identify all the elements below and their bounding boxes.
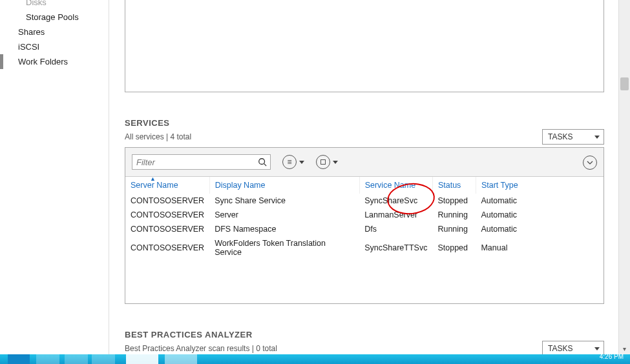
- chevron-down-icon: [594, 136, 600, 139]
- col-service-name[interactable]: Service Name: [359, 177, 432, 194]
- services-table: Server Name ▲ Display Name Service Name …: [125, 177, 604, 303]
- bpa-section-header: BEST PRACTICES ANALYZER Best Practices A…: [125, 330, 604, 356]
- start-button[interactable]: [8, 354, 30, 364]
- sidebar-nav: Disks Storage Pools Shares iSCSI Work Fo…: [0, 0, 109, 364]
- table-row[interactable]: CONTOSOSERVER WorkFolders Token Translat…: [125, 236, 604, 259]
- services-tasks-button[interactable]: TASKS: [542, 129, 604, 145]
- col-status[interactable]: Status: [432, 177, 476, 194]
- services-toolbar: [125, 148, 604, 177]
- filter-input[interactable]: [132, 154, 271, 170]
- col-display-name[interactable]: Display Name: [209, 177, 359, 194]
- col-server-name[interactable]: Server Name ▲: [125, 177, 209, 194]
- taskbar-pinned-app[interactable]: [65, 354, 88, 364]
- search-icon[interactable]: [257, 156, 268, 168]
- sidebar-item-shares[interactable]: Shares: [0, 25, 109, 39]
- chevron-down-icon[interactable]: [333, 161, 338, 164]
- taskbar-pinned-app[interactable]: [92, 354, 115, 364]
- tasks-label: TASKS: [548, 132, 572, 141]
- taskbar-running-app[interactable]: [165, 354, 197, 364]
- sidebar-item-storage-pools[interactable]: Storage Pools: [0, 10, 109, 25]
- svg-line-1: [264, 164, 267, 167]
- taskbar[interactable]: 4:26 PM: [0, 354, 630, 364]
- sidebar-item-disks[interactable]: Disks: [0, 0, 109, 10]
- bpa-title: BEST PRACTICES ANALYZER: [125, 330, 604, 339]
- bpa-subtitle: Best Practices Analyzer scan results | 0…: [125, 344, 277, 353]
- sidebar-item-work-folders[interactable]: Work Folders: [0, 54, 109, 69]
- services-refresh-button[interactable]: [316, 155, 330, 169]
- services-title: SERVICES: [125, 118, 604, 128]
- expand-collapse-button[interactable]: [583, 156, 597, 170]
- table-row[interactable]: CONTOSOSERVER Server LanmanServer Runnin…: [125, 208, 604, 222]
- services-panel: Server Name ▲ Display Name Service Name …: [125, 147, 604, 304]
- services-section-header: SERVICES All services | 4 total TASKS: [125, 118, 604, 145]
- scrollbar-thumb[interactable]: [620, 77, 629, 90]
- vertical-scrollbar[interactable]: ▾: [618, 0, 630, 354]
- chevron-down-icon[interactable]: [299, 161, 304, 164]
- table-row[interactable]: CONTOSOSERVER DFS Namespace Dfs Running …: [125, 222, 604, 236]
- services-subtitle: All services | 4 total: [125, 132, 191, 141]
- col-start-type[interactable]: Start Type: [476, 177, 604, 194]
- table-row[interactable]: CONTOSOSERVER Sync Share Service SyncSha…: [125, 194, 604, 208]
- sort-asc-icon: ▲: [150, 176, 156, 182]
- upper-panel-box: [125, 0, 604, 92]
- tasks-label: TASKS: [548, 344, 572, 353]
- list-view-button[interactable]: [282, 155, 297, 169]
- taskbar-pinned-app[interactable]: [36, 354, 59, 364]
- sidebar-item-iscsi[interactable]: iSCSI: [0, 39, 109, 54]
- svg-point-0: [259, 159, 265, 165]
- taskbar-running-app[interactable]: [126, 354, 158, 364]
- chevron-down-icon: [594, 347, 600, 350]
- taskbar-clock[interactable]: 4:26 PM: [600, 353, 624, 360]
